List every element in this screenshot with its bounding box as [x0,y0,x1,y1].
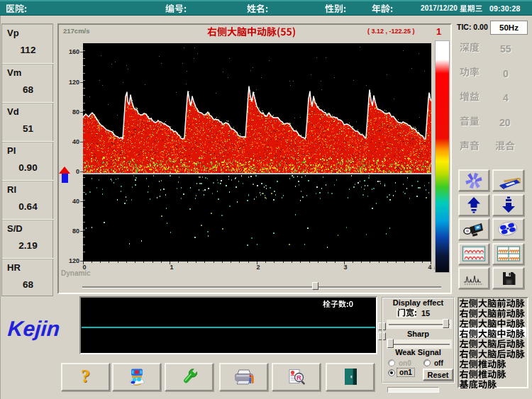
svg-text:R: R [297,373,301,381]
